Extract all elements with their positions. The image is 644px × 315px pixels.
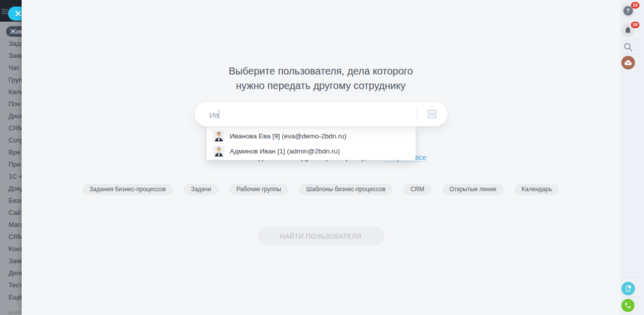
mobile-app-icon [624,284,632,293]
help-badge: 16 [631,2,639,9]
suggestion-label: Иванова Ева [9] (eva@demo-2bdn.ru) [230,132,347,140]
avatar [213,145,224,156]
svg-text:24: 24 [627,61,630,64]
transfer-tasks-panel: Выберите пользователя, дела которого нуж… [22,0,620,315]
close-icon [15,11,21,17]
divider [623,277,641,278]
notifications-badge: 28 [631,22,639,28]
bitrix24-cloud-icon: 24 [624,59,632,66]
divider [623,297,641,297]
chip-open-lines[interactable]: Открытые линии [442,184,503,195]
search-icon [623,42,633,52]
user-search-input[interactable] [208,102,412,127]
bell-icon [624,26,632,34]
telephony-phone-icon [624,302,631,309]
hamburger-menu-icon[interactable] [2,9,9,15]
mobile-app-button[interactable] [621,282,635,295]
module-chips-row: Задания бизнес-процессов Задачи Рабочие … [22,184,620,195]
divider [623,54,641,54]
chip-bp-tasks[interactable]: Задания бизнес-процессов [83,184,173,195]
search-button[interactable] [623,42,633,52]
chip-workgroups[interactable]: Рабочие группы [229,184,288,195]
employee-structure-icon[interactable] [427,110,437,119]
text-cursor [218,110,219,119]
user-search-box [194,102,447,126]
page-title: Выберите пользователя, дела которого нуж… [220,64,422,93]
suggestion-user-admin[interactable]: Админов Иван [1] (admin@2bdn.ru) [207,143,416,159]
notifications-button[interactable]: 28 [621,23,635,37]
divider [417,107,417,121]
right-icon-rail: ? 16 28 24 [620,0,644,315]
chip-calendar[interactable]: Календарь [515,184,559,195]
screen: Жив Зада Заяв Чат Груп Кале Поч Диск CRM… [0,0,644,315]
suggestion-label: Админов Иван [1] (admin@2bdn.ru) [230,147,340,155]
find-user-button[interactable]: НАЙТИ ПОЛЬЗОВАТЕЛЯ [258,227,384,245]
chip-bp-templates[interactable]: Шаблоны бизнес-процессов [299,184,392,195]
chip-crm[interactable]: CRM [404,184,431,195]
bitrix24-cloud-button[interactable]: 24 [621,56,635,69]
avatar [213,130,224,141]
user-suggestions-dropdown: Иванова Ева [9] (eva@demo-2bdn.ru) Админ… [207,126,416,160]
suggestion-user-eva[interactable]: Иванова Ева [9] (eva@demo-2bdn.ru) [207,128,416,143]
divider [623,40,641,40]
telephony-button[interactable] [621,299,634,312]
help-button[interactable]: ? 16 [621,4,635,18]
chip-tasks[interactable]: Задачи [184,184,218,195]
